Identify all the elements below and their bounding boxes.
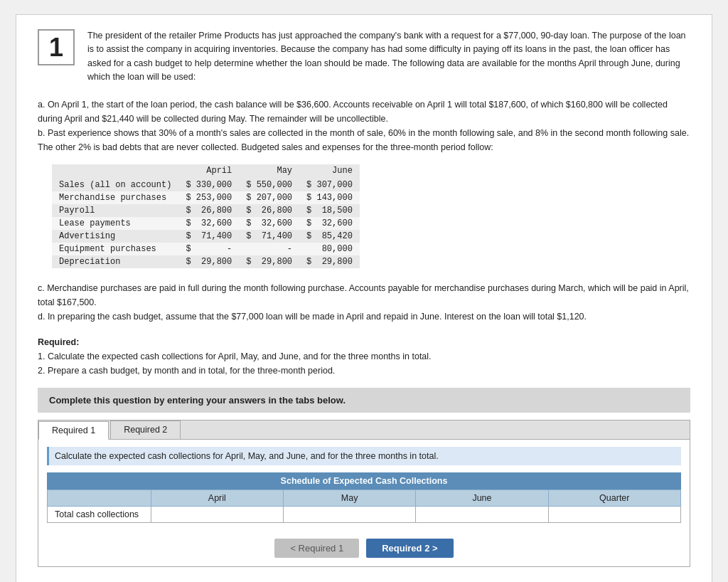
col-header-may: May bbox=[239, 164, 299, 179]
page-container: 1 The president of the retailer Prime Pr… bbox=[16, 14, 712, 582]
may-input-cell[interactable] bbox=[283, 506, 415, 522]
required-section: Required: 1. Calculate the expected cash… bbox=[38, 335, 690, 378]
prev-button[interactable]: < Required 1 bbox=[274, 539, 359, 558]
table-row: Lease payments $ 32,600 $ 32,600 $ 32,60… bbox=[52, 217, 360, 230]
section-cd: c. Merchandise purchases are paid in ful… bbox=[38, 281, 690, 324]
problem-intro: The president of the retailer Prime Prod… bbox=[87, 29, 690, 85]
row-label-total-cash: Total cash collections bbox=[48, 506, 151, 522]
point-d: d. In preparing the cash budget, assume … bbox=[38, 309, 690, 324]
complete-instruction-text: Complete this question by entering your … bbox=[49, 395, 346, 406]
schedule-col-june: June bbox=[416, 490, 548, 506]
tab-instruction-text: Calculate the expected cash collections … bbox=[55, 451, 439, 461]
nav-buttons: < Required 1 Required 2 > bbox=[47, 531, 681, 566]
table-row: Equipment purchases $ - - 80,000 bbox=[52, 243, 360, 255]
col-header-empty bbox=[48, 490, 151, 506]
point-c: c. Merchandise purchases are paid in ful… bbox=[38, 281, 690, 309]
quarter-input[interactable] bbox=[556, 509, 673, 519]
table-row: Merchandise purchases $ 253,000 $ 207,00… bbox=[52, 191, 360, 204]
table-row: Sales (all on account) $ 330,000 $ 550,0… bbox=[52, 179, 360, 191]
total-cash-collections-row: Total cash collections bbox=[48, 506, 681, 522]
april-input-cell[interactable] bbox=[151, 506, 283, 522]
table-row: Payroll $ 26,800 $ 26,800 $ 18,500 bbox=[52, 204, 360, 217]
june-input-cell[interactable] bbox=[416, 506, 548, 522]
problem-number: 1 bbox=[38, 29, 75, 65]
tabs-outer: Required 1 Required 2 Calculate the expe… bbox=[38, 420, 690, 567]
tab-required2[interactable]: Required 2 bbox=[110, 420, 181, 439]
april-input[interactable] bbox=[159, 509, 276, 519]
schedule-table-wrap: Schedule of Expected Cash Collections Ap… bbox=[47, 472, 681, 523]
point-b: b. Past experience shows that 30% of a m… bbox=[38, 126, 690, 154]
schedule-title: Schedule of Expected Cash Collections bbox=[47, 472, 681, 490]
schedule-col-quarter: Quarter bbox=[548, 490, 680, 506]
tab-instruction: Calculate the expected cash collections … bbox=[47, 447, 681, 465]
table-row: Depreciation $ 29,800 $ 29,800 $ 29,800 bbox=[52, 255, 360, 268]
complete-instruction-box: Complete this question by entering your … bbox=[38, 388, 690, 413]
tab-required1[interactable]: Required 1 bbox=[38, 421, 109, 440]
required-2-text: 2. Prepare a cash budget, by month and i… bbox=[38, 364, 690, 378]
required-1-text: 1. Calculate the expected cash collectio… bbox=[38, 349, 690, 364]
tabs-content: Calculate the expected cash collections … bbox=[38, 440, 690, 566]
required-label: Required: bbox=[38, 337, 79, 347]
col-header-april: April bbox=[178, 164, 239, 179]
schedule-table: April May June Quarter Total cash collec… bbox=[47, 490, 681, 523]
col-header-june: June bbox=[299, 164, 360, 179]
data-table: April May June Sales (all on account) $ … bbox=[52, 164, 360, 268]
problem-header: 1 The president of the retailer Prime Pr… bbox=[38, 29, 690, 85]
table-row: Advertising $ 71,400 $ 71,400 $ 85,420 bbox=[52, 230, 360, 243]
schedule-col-april: April bbox=[151, 490, 283, 506]
may-input[interactable] bbox=[291, 509, 408, 519]
quarter-input-cell[interactable] bbox=[548, 506, 680, 522]
section-ab: a. On April 1, the start of the loan per… bbox=[38, 97, 690, 154]
next-button[interactable]: Required 2 > bbox=[366, 539, 453, 558]
point-a: a. On April 1, the start of the loan per… bbox=[38, 97, 690, 126]
schedule-col-may: May bbox=[283, 490, 415, 506]
june-input[interactable] bbox=[423, 509, 540, 519]
tabs-header: Required 1 Required 2 bbox=[38, 420, 690, 440]
